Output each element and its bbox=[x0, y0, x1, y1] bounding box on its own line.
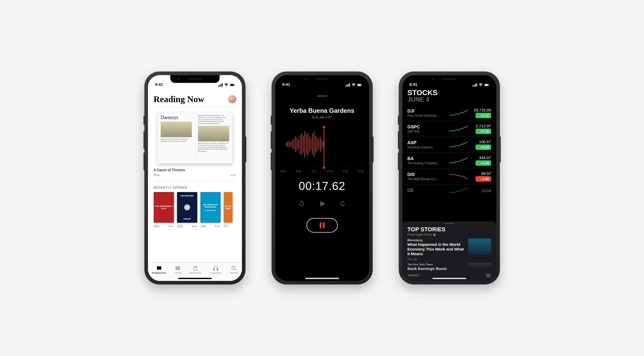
svg-rect-18 bbox=[349, 83, 350, 87]
stock-company: The Walt Disney Co... bbox=[408, 177, 448, 181]
stock-row[interactable]: DISThe Walt Disney Co...99.97-1.82 bbox=[402, 169, 496, 184]
svg-rect-55 bbox=[489, 85, 489, 85]
recording-subtitle: 9:41 AM 0:17 bbox=[312, 115, 332, 119]
svg-rect-43 bbox=[318, 139, 319, 149]
recently-opened-label: RECENTLY OPENED bbox=[154, 186, 236, 189]
story-headline: What Happened in the World Economy This … bbox=[408, 242, 465, 256]
stock-symbol: CE bbox=[408, 188, 448, 193]
status-time: 9:41 bbox=[282, 82, 290, 87]
status-icons bbox=[345, 83, 362, 87]
svg-rect-12 bbox=[217, 268, 218, 270]
stock-row[interactable]: BAThe Boeing Company344.07+1.28 bbox=[402, 153, 496, 169]
top-stories-source: From Apple News ▣ bbox=[408, 233, 491, 236]
more-icon[interactable]: ••• bbox=[168, 224, 174, 228]
notch bbox=[297, 75, 347, 83]
play-button[interactable] bbox=[318, 199, 327, 209]
battery-icon bbox=[230, 83, 235, 87]
current-book-progress: 46% bbox=[154, 173, 160, 177]
home-indicator[interactable] bbox=[178, 278, 212, 279]
stock-row[interactable]: CE14.56 bbox=[402, 184, 496, 196]
sparkline bbox=[450, 187, 468, 194]
sparkline bbox=[450, 173, 468, 180]
more-icon[interactable]: ••• bbox=[215, 224, 221, 228]
page-title: Reading Now bbox=[154, 94, 205, 104]
data-provider: YAHOO! bbox=[408, 274, 419, 277]
stock-company: S&P 500 bbox=[408, 130, 448, 133]
more-icon[interactable]: ••• bbox=[231, 173, 236, 177]
tab-label: Book Store bbox=[190, 272, 201, 274]
current-book[interactable]: Daenerys Lorem ipsum dolor sit amet, con… bbox=[154, 112, 236, 177]
menu-icon[interactable] bbox=[486, 274, 491, 277]
stock-row[interactable]: AXPAmerican Express100.57+0.23 bbox=[402, 137, 496, 153]
battery-icon bbox=[484, 83, 489, 87]
stock-symbol: GSPC bbox=[408, 124, 448, 130]
stock-row[interactable]: GSPCS&P 5002,712.97+7.16 bbox=[402, 121, 496, 137]
svg-rect-45 bbox=[322, 140, 322, 148]
svg-line-14 bbox=[235, 269, 236, 270]
recording-timer: 00:17.62 bbox=[299, 180, 345, 193]
svg-rect-42 bbox=[317, 137, 317, 151]
news-sheet[interactable]: TOP STORIES From Apple News ▣ Bloomberg … bbox=[402, 221, 496, 281]
svg-rect-7 bbox=[176, 266, 177, 270]
search-icon bbox=[231, 265, 237, 271]
stock-change: +7.16 bbox=[476, 129, 491, 134]
cellular-icon bbox=[218, 83, 223, 87]
svg-rect-5 bbox=[230, 84, 234, 86]
library-icon bbox=[175, 265, 181, 271]
stock-change: +1.28 bbox=[476, 160, 491, 166]
stock-company: Dow Jones Industrial... bbox=[408, 114, 448, 117]
stock-symbol: DIS bbox=[408, 172, 448, 177]
waveform[interactable]: 0:150:160:170:180:190:20 bbox=[281, 129, 364, 173]
book-card[interactable]: KR HA GREC 8% bbox=[224, 192, 233, 228]
svg-rect-50 bbox=[474, 85, 474, 87]
svg-rect-44 bbox=[320, 136, 321, 152]
wifi-icon bbox=[224, 83, 229, 87]
story-publisher: The New York Times bbox=[408, 263, 465, 266]
book-card[interactable]: DAN BROWNORIGIN 25%••• bbox=[177, 192, 197, 228]
svg-rect-17 bbox=[348, 84, 349, 87]
forward-15-button[interactable]: 15 bbox=[339, 200, 346, 208]
book-progress: 14% bbox=[200, 225, 207, 228]
sheet-handle[interactable] bbox=[317, 95, 327, 97]
tab-audiobooks[interactable]: Audiobooks bbox=[210, 265, 222, 274]
tab-library[interactable]: Library bbox=[174, 265, 182, 274]
stock-company: The Boeing Company bbox=[408, 161, 448, 165]
pause-icon bbox=[320, 222, 321, 228]
tab-search[interactable]: Search bbox=[230, 265, 238, 274]
stock-row[interactable]: DJIDow Jones Industrial...24,715.09+1.11 bbox=[402, 105, 496, 121]
svg-rect-10 bbox=[179, 266, 180, 270]
pause-record-button[interactable] bbox=[307, 218, 338, 233]
news-story[interactable]: Bloomberg What Happened in the World Eco… bbox=[408, 239, 491, 261]
recently-opened-shelf[interactable]: THE HANDMAID'S TALE 43%••• DAN BROWNORIG… bbox=[154, 192, 236, 228]
book-card[interactable]: THE HANDMAID'S TALE 43%••• bbox=[154, 192, 174, 228]
home-indicator[interactable] bbox=[305, 278, 339, 279]
svg-rect-30 bbox=[298, 140, 299, 149]
news-story[interactable]: The New York Times Bank Earnings Boom bbox=[408, 263, 491, 271]
tab-book-store[interactable]: Book Store bbox=[190, 265, 201, 274]
tab-reading-now[interactable]: Reading Now bbox=[152, 265, 166, 274]
stock-company: American Express bbox=[408, 146, 448, 149]
rewind-15-button[interactable]: 15 bbox=[298, 200, 305, 208]
svg-rect-20 bbox=[357, 84, 361, 86]
playhead[interactable] bbox=[324, 127, 324, 168]
book-open-icon bbox=[156, 265, 162, 271]
top-stories-title: TOP STORIES bbox=[408, 226, 491, 233]
stock-symbol: BA bbox=[408, 156, 448, 161]
book-card[interactable]: AN AMERICAN MARRIAGETAYARI JONES 14%••• bbox=[200, 192, 221, 228]
svg-rect-54 bbox=[485, 84, 488, 86]
stock-price: 2,712.97 bbox=[470, 124, 491, 128]
profile-avatar[interactable] bbox=[228, 95, 236, 103]
cellular-icon bbox=[345, 83, 350, 87]
home-indicator[interactable] bbox=[432, 278, 466, 279]
svg-rect-9 bbox=[178, 266, 179, 270]
stock-price: 100.57 bbox=[470, 140, 491, 144]
svg-rect-0 bbox=[218, 85, 219, 87]
sparkline bbox=[450, 110, 468, 116]
more-icon[interactable]: ••• bbox=[192, 224, 197, 228]
stocks-list[interactable]: DJIDow Jones Industrial...24,715.09+1.11… bbox=[402, 105, 496, 196]
wifi-icon bbox=[478, 83, 483, 87]
svg-rect-16 bbox=[347, 85, 347, 87]
status-time: 9:41 bbox=[155, 82, 163, 87]
svg-rect-35 bbox=[306, 134, 307, 154]
notch bbox=[425, 75, 474, 83]
